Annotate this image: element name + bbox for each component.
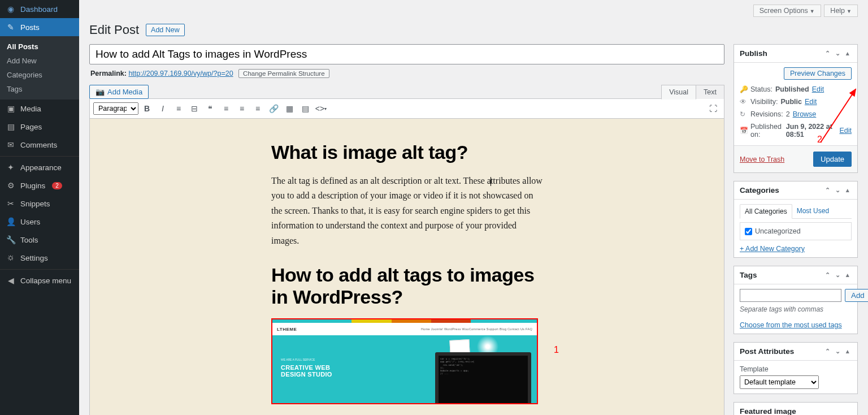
media-icon: ▣	[6, 103, 16, 114]
tags-box: Tags ⌃⌄▴ Add Separate tags with commas C…	[734, 266, 858, 334]
move-up-icon[interactable]: ⌃	[823, 187, 831, 194]
edit-status[interactable]: Edit	[812, 85, 824, 93]
insert-button[interactable]: ▦	[282, 101, 297, 116]
menu-media[interactable]: ▣Media	[0, 100, 79, 118]
browse-revisions[interactable]: Browse	[793, 110, 817, 118]
blockquote-button[interactable]: ❝	[203, 101, 218, 116]
menu-appearance[interactable]: ✦Appearance	[0, 158, 79, 176]
chevron-down-icon: ▼	[810, 8, 815, 14]
permalink-url[interactable]: http://209.97.169.90/vy/wp/?p=20	[128, 70, 233, 77]
toggle-icon[interactable]: ▴	[844, 187, 852, 194]
cat-tab-all[interactable]: All Categories	[740, 204, 792, 219]
move-down-icon[interactable]: ⌄	[834, 50, 841, 57]
move-up-icon[interactable]: ⌃	[823, 271, 831, 279]
bold-button[interactable]: B	[140, 101, 154, 116]
editor-body[interactable]: What is image alt tag? The alt tag is de…	[89, 119, 724, 415]
tag-hint: Separate tags with commas	[740, 305, 852, 313]
submenu-categories[interactable]: Categories	[0, 68, 79, 82]
publish-box: Publish ⌃⌄▴ Preview Changes 🔑Status: Pub…	[734, 44, 858, 173]
image-tagline: WE ARE A FULL SERVICE	[281, 358, 378, 361]
submenu-add-new[interactable]: Add New	[0, 54, 79, 68]
admin-sidebar: ◉Dashboard ✎Posts All Posts Add New Cate…	[0, 0, 79, 415]
history-icon: ↻	[740, 110, 748, 118]
link-button[interactable]: 🔗	[266, 101, 281, 116]
toggle-icon[interactable]: ▴	[844, 50, 852, 57]
update-button[interactable]: Update	[813, 152, 852, 167]
add-media-button[interactable]: 📷Add Media	[89, 85, 149, 99]
post-title-input[interactable]	[89, 44, 724, 64]
menu-pages[interactable]: ▤Pages	[0, 118, 79, 136]
toggle-icon[interactable]: ▴	[844, 271, 852, 279]
permalink-row: Permalink: http://209.97.169.90/vy/wp/?p…	[89, 64, 724, 85]
align-center-button[interactable]: ≡	[235, 101, 249, 116]
align-right-button[interactable]: ≡	[250, 101, 265, 116]
menu-collapse[interactable]: ◀Collapse menu	[0, 271, 79, 289]
content-paragraph-1[interactable]: The alt tag is defined as an alt descrip…	[271, 174, 542, 248]
tab-text[interactable]: Text	[696, 85, 724, 99]
edit-visibility[interactable]: Edit	[805, 98, 817, 106]
move-up-icon[interactable]: ⌃	[823, 348, 831, 355]
wrench-icon: 🔧	[6, 235, 16, 245]
preview-changes-button[interactable]: Preview Changes	[784, 67, 852, 80]
cat-checkbox-uncategorized[interactable]	[745, 228, 752, 235]
align-left-button[interactable]: ≡	[219, 101, 233, 116]
menu-settings[interactable]: ⛭Settings	[0, 249, 79, 267]
featured-image-title: Featured image	[740, 407, 796, 415]
content-heading-1[interactable]: What is image alt tag?	[271, 141, 542, 163]
move-up-icon[interactable]: ⌃	[823, 50, 831, 57]
submenu-tags[interactable]: Tags	[0, 82, 79, 96]
featured-image-box: Featured image	[734, 402, 858, 415]
table-button[interactable]: ▤	[298, 101, 313, 116]
help-button[interactable]: Help▼	[824, 5, 858, 17]
scissors-icon: ✂	[6, 198, 16, 209]
fullscreen-button[interactable]: ⛶	[706, 101, 721, 116]
menu-posts[interactable]: ✎Posts	[0, 18, 79, 36]
code-button[interactable]: <>▾	[314, 101, 328, 116]
cat-item-uncategorized[interactable]: Uncategorized	[745, 227, 847, 235]
submenu-all-posts[interactable]: All Posts	[0, 40, 79, 54]
user-icon: 👤	[6, 217, 16, 227]
post-attributes-title: Post Attributes	[740, 347, 794, 356]
eye-icon: 👁	[740, 98, 748, 106]
add-new-button[interactable]: Add New	[146, 24, 185, 36]
menu-comments[interactable]: ✉Comments	[0, 136, 79, 154]
menu-users[interactable]: 👤Users	[0, 213, 79, 231]
menu-tools[interactable]: 🔧Tools	[0, 231, 79, 249]
number-list-button[interactable]: ⊟	[187, 101, 202, 116]
plug-icon: ⚙	[6, 180, 16, 191]
move-to-trash[interactable]: Move to Trash	[740, 155, 784, 163]
menu-dashboard[interactable]: ◉Dashboard	[0, 0, 79, 18]
category-list: Uncategorized	[740, 222, 852, 240]
change-permalink-button[interactable]: Change Permalink Structure	[238, 69, 329, 78]
move-down-icon[interactable]: ⌄	[834, 187, 841, 194]
move-down-icon[interactable]: ⌄	[834, 271, 841, 279]
camera-icon: 📷	[96, 88, 105, 96]
cat-tab-most[interactable]: Most Used	[792, 204, 834, 218]
tag-input[interactable]	[740, 289, 841, 302]
move-down-icon[interactable]: ⌄	[834, 348, 841, 355]
tab-visual[interactable]: Visual	[661, 85, 696, 100]
publish-title: Publish	[740, 49, 767, 58]
comment-icon: ✉	[6, 140, 16, 150]
format-select[interactable]: Paragraph	[93, 102, 138, 115]
annotation-1: 1	[554, 345, 559, 355]
post-attributes-box: Post Attributes ⌃⌄▴ Template Default tem…	[734, 342, 858, 394]
add-tag-button[interactable]: Add	[845, 289, 868, 302]
choose-tags-link[interactable]: Choose from the most used tags	[740, 321, 842, 329]
tags-title: Tags	[740, 271, 757, 279]
menu-snippets[interactable]: ✂Snippets	[0, 194, 79, 213]
add-new-category[interactable]: + Add New Category	[740, 245, 805, 253]
top-options-bar: Screen Options▼ Help▼	[89, 5, 858, 20]
edit-publish-date[interactable]: Edit	[839, 127, 852, 135]
sliders-icon: ⛭	[6, 253, 16, 263]
screen-options-button[interactable]: Screen Options▼	[753, 5, 821, 17]
content-heading-2[interactable]: How to add alt tags to images in WordPre…	[271, 264, 542, 308]
template-select[interactable]: Default template	[740, 375, 819, 389]
collapse-icon: ◀	[6, 275, 16, 286]
content-image-selected[interactable]: LTHEME Home Joomla! WordPress WooCommerc…	[271, 318, 538, 404]
image-logo: LTHEME	[277, 327, 297, 332]
italic-button[interactable]: I	[155, 101, 170, 116]
bullet-list-button[interactable]: ≡	[171, 101, 186, 116]
toggle-icon[interactable]: ▴	[844, 348, 852, 355]
menu-plugins[interactable]: ⚙Plugins2	[0, 176, 79, 194]
